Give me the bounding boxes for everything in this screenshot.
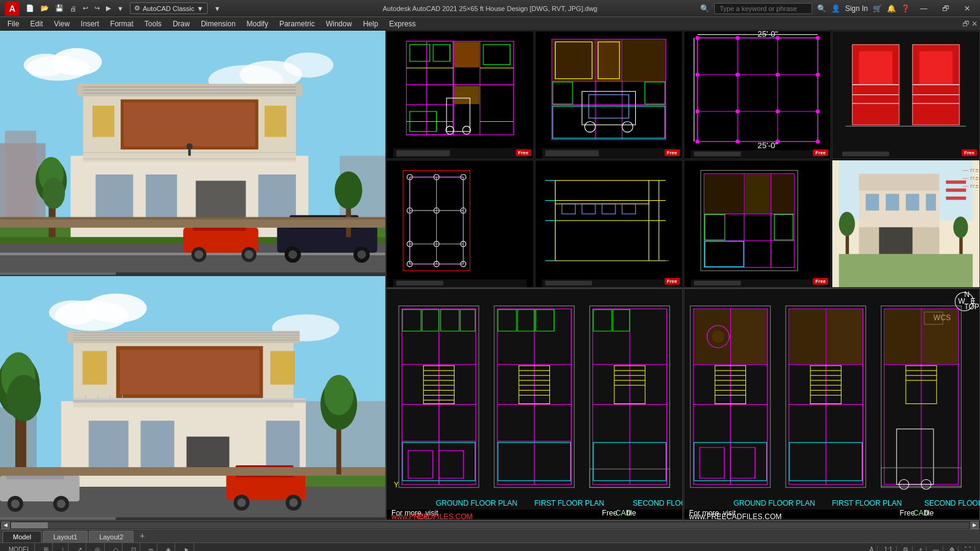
svg-text:SECOND FLOOR PLAN N: SECOND FLOOR PLAN N	[924, 499, 979, 508]
svg-point-41	[288, 250, 297, 259]
status-scale[interactable]: 1:1	[880, 546, 897, 551]
zoom-in-icon: +	[919, 546, 922, 551]
menu-express[interactable]: Express	[384, 18, 420, 29]
new-button[interactable]: 📄	[23, 3, 37, 13]
undo-button[interactable]: ↩	[80, 3, 91, 13]
status-workspace[interactable]: ⚙	[899, 546, 913, 551]
status-otrack[interactable]: ⊡	[127, 543, 140, 551]
workspace-arrow: ▼	[197, 5, 203, 12]
cad-panel-6[interactable]: Free	[535, 160, 683, 288]
status-polar[interactable]: ◎	[91, 543, 105, 551]
cad-panel-2[interactable]: Free	[535, 31, 683, 159]
cad-panel-5[interactable]	[386, 160, 534, 288]
otrack-icon: ⊡	[131, 546, 136, 551]
tab-layout1[interactable]: Layout1	[43, 531, 88, 542]
scroll-thumb[interactable]	[11, 522, 48, 528]
print-button[interactable]: 🖨	[67, 4, 79, 13]
status-pan[interactable]: ✥	[946, 546, 959, 551]
svg-rect-248	[745, 174, 771, 212]
title-bar: A 📄 📂 💾 🖨 ↩ ↪ ▶ ▼ ⚙ AutoCAD Classic ▼ ▼ …	[0, 0, 980, 17]
menu-edit[interactable]: Edit	[25, 18, 48, 29]
status-lineweight[interactable]: ═	[145, 543, 157, 551]
cad-panel-1[interactable]: Free	[386, 31, 534, 159]
svg-text:FIRST FLOOR PLAN: FIRST FLOOR PLAN	[534, 499, 604, 508]
tab-add-button[interactable]: +	[135, 529, 149, 542]
status-zoom-out[interactable]: —	[929, 546, 943, 551]
svg-text:TOP: TOP	[964, 302, 979, 311]
help-icon[interactable]: ❓	[901, 4, 910, 13]
save-button[interactable]: 💾	[53, 3, 66, 13]
svg-rect-267	[946, 196, 967, 199]
toolbar-dropdown[interactable]: ▼	[115, 4, 126, 13]
status-bar: MODEL ⊞ ⫶ ↗ ◎ ◇ ⊡ ═ ◈ ► A 1:1 ⚙ +	[0, 542, 980, 551]
close-button[interactable]: ✕	[959, 3, 975, 14]
workspace-selector[interactable]: ⚙ AutoCAD Classic ▼	[130, 2, 208, 14]
workspace-icon2: ⚙	[903, 546, 908, 551]
cad-svg-5	[386, 160, 533, 288]
play-button[interactable]: ▶	[104, 3, 113, 13]
osnap-icon: ◇	[113, 546, 118, 551]
status-ortho[interactable]: ↗	[74, 543, 86, 551]
workspace-arrow-btn[interactable]: ▼	[211, 4, 223, 13]
restore-button[interactable]: 🗗	[937, 3, 954, 14]
svg-rect-262	[926, 193, 936, 210]
menu-format[interactable]: Format	[105, 18, 138, 29]
model-label: MODEL	[9, 546, 31, 551]
status-grid[interactable]: ⊞	[40, 543, 53, 551]
menu-window[interactable]: Window	[321, 18, 357, 29]
status-selection[interactable]: ►	[180, 543, 194, 551]
menu-dimension[interactable]: Dimension	[196, 18, 241, 29]
scroll-left-arrow[interactable]: ◀	[1, 522, 10, 529]
menu-view[interactable]: View	[49, 18, 75, 29]
tab-layout2[interactable]: Layout2	[89, 531, 134, 542]
svg-rect-77	[270, 351, 295, 384]
menu-parametric[interactable]: Parametric	[274, 18, 320, 29]
menu-file[interactable]: File	[2, 18, 24, 29]
menu-insert[interactable]: Insert	[76, 18, 104, 29]
free-badge-3: Free	[813, 149, 828, 156]
svg-rect-134	[596, 40, 622, 81]
svg-text:FIRST FLOOR PLAN: FIRST FLOOR PLAN	[832, 499, 902, 508]
svg-rect-372	[826, 310, 862, 364]
tab-model[interactable]: Model	[2, 531, 42, 542]
cad-panel-4[interactable]: Free	[832, 31, 980, 159]
pan-icon: ✥	[949, 546, 954, 551]
menu-draw[interactable]: Draw	[168, 18, 195, 29]
scroll-right-arrow[interactable]: ▶	[970, 522, 979, 529]
free-badge-4: Free	[962, 149, 977, 156]
svg-point-3	[24, 54, 68, 77]
status-snap[interactable]: ⫶	[58, 543, 69, 551]
svg-rect-31	[188, 149, 190, 156]
status-fullscreen[interactable]: ⛶	[961, 546, 975, 551]
menu-help[interactable]: Help	[358, 18, 383, 29]
scroll-track[interactable]	[11, 522, 969, 528]
cad-panel-3[interactable]: 25'-0" 25'-0" Free	[684, 31, 832, 159]
svg-rect-146	[545, 150, 598, 156]
menu-modify[interactable]: Modify	[242, 18, 273, 29]
search-input[interactable]	[714, 3, 812, 14]
status-annotation[interactable]: A	[866, 546, 878, 551]
svg-point-103	[324, 375, 353, 415]
open-button[interactable]: 📂	[38, 3, 51, 13]
status-model[interactable]: MODEL	[5, 543, 35, 551]
title-bar-right: 🔍 🔍 👤 Sign In 🛒 🔔 ❓ — 🗗 ✕	[700, 3, 975, 14]
cad-panel-7[interactable]: Free	[684, 160, 832, 288]
cad-large-left[interactable]: GROUND FLOOR PLAN	[386, 288, 683, 520]
status-osnap[interactable]: ◇	[110, 543, 123, 551]
cad-large-right[interactable]: N E W TOP WCS GROUND FLOOR PLAN	[684, 288, 981, 520]
svg-rect-84	[89, 421, 129, 470]
grid-icon: ⊞	[43, 546, 48, 551]
menu-restore[interactable]: 🗗 ✕	[962, 20, 978, 28]
status-transparency[interactable]: ◈	[162, 543, 175, 551]
menu-tools[interactable]: Tools	[140, 18, 167, 29]
cad-panel-8[interactable]: ── 77.5 ── 77.5 ── 77.5	[832, 160, 980, 288]
svg-point-168	[815, 140, 820, 144]
dimension-labels: ── 77.5 ── 77.5 ── 77.5	[963, 167, 979, 190]
render-bottom-scrollbar	[0, 517, 385, 520]
sign-in-label[interactable]: Sign In	[845, 4, 868, 13]
redo-button[interactable]: ↪	[92, 3, 102, 13]
svg-rect-85	[141, 421, 175, 470]
status-zoom-in[interactable]: +	[915, 546, 927, 551]
minimize-button[interactable]: —	[915, 3, 932, 14]
account-icon: 👤	[831, 4, 840, 13]
